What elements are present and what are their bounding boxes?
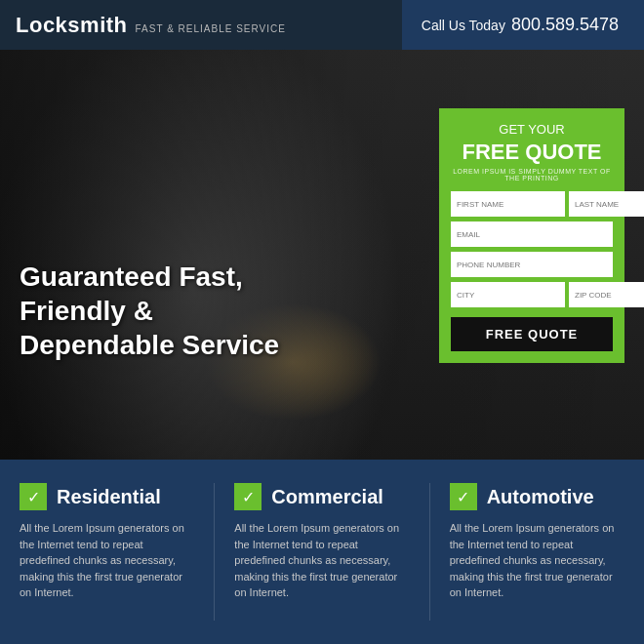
header-cta-section[interactable]: Call Us Today 800.589.5478 (402, 0, 644, 50)
header-logo: Locksmith FAST & RELIABLE SERVICE (0, 13, 402, 38)
service-commercial-title: Commercial (271, 486, 383, 508)
hero-section: Guaranteed Fast, Friendly &Dependable Se… (0, 50, 644, 460)
check-icon-residential: ✓ (20, 483, 47, 510)
zip-input[interactable] (569, 282, 644, 307)
service-residential-desc: All the Lorem Ipsum generators on the In… (20, 520, 194, 601)
cta-label: Call Us Today (422, 18, 505, 33)
service-commercial-desc: All the Lorem Ipsum generators on the In… (234, 520, 409, 601)
service-residential-header: ✓ Residential (20, 483, 194, 510)
tagline: FAST & RELIABLE SERVICE (136, 23, 286, 34)
service-commercial: ✓ Commercial All the Lorem Ipsum generat… (234, 483, 409, 621)
hero-heading: Guaranteed Fast, Friendly &Dependable Se… (20, 260, 342, 362)
divider-2 (429, 483, 430, 621)
hero-text-block: Guaranteed Fast, Friendly &Dependable Se… (20, 260, 342, 362)
email-input[interactable] (451, 221, 613, 247)
location-row (451, 282, 613, 307)
phone-row (451, 252, 613, 277)
services-section: ✓ Residential All the Lorem Ipsum genera… (0, 460, 644, 644)
divider-1 (214, 483, 215, 621)
city-input[interactable] (451, 282, 565, 307)
quote-title: GET YOUR FREE QUOTE (451, 122, 613, 166)
free-quote-button[interactable]: FREE QUOTE (451, 317, 613, 351)
phone-number[interactable]: 800.589.5478 (511, 15, 619, 35)
phone-input[interactable] (451, 252, 613, 277)
header: Locksmith FAST & RELIABLE SERVICE Call U… (0, 0, 644, 50)
service-commercial-header: ✓ Commercial (234, 483, 409, 510)
last-name-input[interactable] (569, 191, 644, 217)
email-row (451, 221, 613, 247)
service-automotive-header: ✓ Automotive (450, 483, 624, 510)
brand-name: Locksmith (16, 13, 128, 38)
service-automotive-desc: All the Lorem Ipsum generators on the In… (450, 520, 624, 601)
first-name-input[interactable] (451, 191, 565, 217)
check-icon-commercial: ✓ (234, 483, 262, 510)
check-icon-automotive: ✓ (450, 483, 477, 510)
quote-form: GET YOUR FREE QUOTE LOREM IPSUM IS SIMPL… (439, 108, 624, 363)
service-automotive: ✓ Automotive All the Lorem Ipsum generat… (450, 483, 624, 621)
name-row (451, 191, 613, 217)
quote-subtitle: LOREM IPSUM IS SIMPLY DUMMY TEXT OF THE … (451, 168, 613, 181)
service-residential-title: Residential (57, 486, 161, 508)
service-residential: ✓ Residential All the Lorem Ipsum genera… (20, 483, 194, 621)
service-automotive-title: Automotive (487, 486, 594, 508)
